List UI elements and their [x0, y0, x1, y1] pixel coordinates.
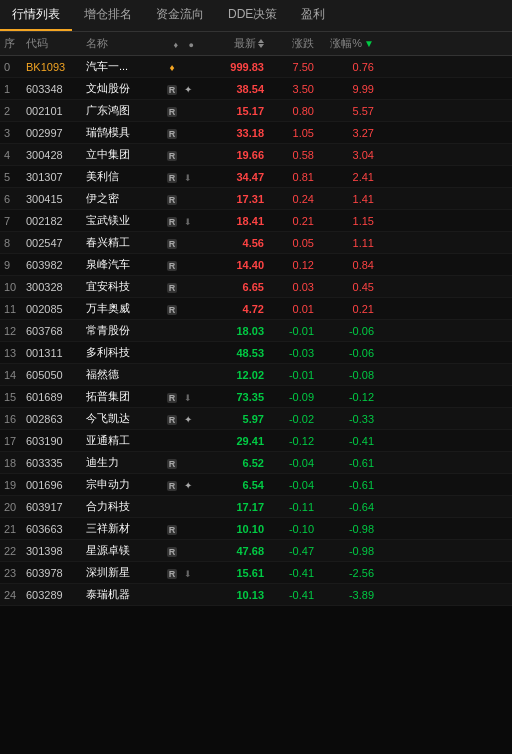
table-row[interactable]: 23 603978 深圳新星 R ⬇ 15.61 -0.41 -2.56	[0, 562, 512, 584]
cell-seq: 8	[2, 237, 24, 249]
table-row[interactable]: 0 BK1093 汽车一... ♦ 999.83 7.50 0.76	[0, 56, 512, 78]
cell-change: 3.50	[266, 83, 316, 95]
cell-name: 宜安科技	[84, 279, 164, 294]
cell-icon1: R	[164, 193, 180, 205]
cell-latest: 47.68	[196, 545, 266, 557]
table-row[interactable]: 17 603190 亚通精工 29.41 -0.12 -0.41	[0, 430, 512, 452]
table-row[interactable]: 9 603982 泉峰汽车 R 14.40 0.12 0.84	[0, 254, 512, 276]
cell-change-pct: 0.45	[316, 281, 376, 293]
table-row[interactable]: 19 001696 宗申动力 R ✦ 6.54 -0.04 -0.61	[0, 474, 512, 496]
cell-change: -0.02	[266, 413, 316, 425]
cell-name: 拓普集团	[84, 389, 164, 404]
cell-icon1: R	[164, 127, 180, 139]
cell-latest: 17.31	[196, 193, 266, 205]
tab-fund-flow[interactable]: 资金流向	[144, 0, 216, 31]
header-seq: 序	[2, 36, 24, 51]
cell-seq: 14	[2, 369, 24, 381]
table-row[interactable]: 12 603768 常青股份 18.03 -0.01 -0.06	[0, 320, 512, 342]
cell-code: BK1093	[24, 61, 84, 73]
cell-change-pct: -0.61	[316, 479, 376, 491]
cell-change: -0.11	[266, 501, 316, 513]
cell-change: -0.09	[266, 391, 316, 403]
table-row[interactable]: 14 605050 福然德 12.02 -0.01 -0.08	[0, 364, 512, 386]
cell-latest: 6.54	[196, 479, 266, 491]
cell-change-pct: -0.41	[316, 435, 376, 447]
cell-seq: 19	[2, 479, 24, 491]
cell-change-pct: -3.89	[316, 589, 376, 601]
table-row[interactable]: 8 002547 春兴精工 R 4.56 0.05 1.11	[0, 232, 512, 254]
cell-change: 1.05	[266, 127, 316, 139]
table-row[interactable]: 20 603917 合力科技 17.17 -0.11 -0.64	[0, 496, 512, 518]
table-row[interactable]: 11 002085 万丰奥威 R 4.72 0.01 0.21	[0, 298, 512, 320]
cell-seq: 10	[2, 281, 24, 293]
table-row[interactable]: 24 603289 泰瑞机器 10.13 -0.41 -3.89	[0, 584, 512, 606]
tab-market-list[interactable]: 行情列表	[0, 0, 72, 31]
table-row[interactable]: 10 300328 宜安科技 R 6.65 0.03 0.45	[0, 276, 512, 298]
cell-name: 立中集团	[84, 147, 164, 162]
cell-icon2: ✦	[180, 413, 196, 425]
cell-icon1: R	[164, 523, 180, 535]
cell-icon1: R	[164, 259, 180, 271]
tab-profit[interactable]: 盈利	[289, 0, 337, 31]
cell-icon1: R	[164, 457, 180, 469]
header-latest[interactable]: 最新	[196, 36, 266, 51]
cell-icon2: ✦	[180, 479, 196, 491]
cell-change-pct: -0.08	[316, 369, 376, 381]
cell-name: 深圳新星	[84, 565, 164, 580]
cell-change: 0.03	[266, 281, 316, 293]
table-row[interactable]: 4 300428 立中集团 R 19.66 0.58 3.04	[0, 144, 512, 166]
cell-change: -0.01	[266, 325, 316, 337]
cell-latest: 19.66	[196, 149, 266, 161]
table-row[interactable]: 16 002863 今飞凯达 R ✦ 5.97 -0.02 -0.33	[0, 408, 512, 430]
cell-name: 文灿股份	[84, 81, 164, 96]
cell-change: 0.81	[266, 171, 316, 183]
cell-change-pct: 1.11	[316, 237, 376, 249]
header-change-pct[interactable]: 涨幅% ▼	[316, 36, 376, 51]
cell-name: 瑞鹄模具	[84, 125, 164, 140]
cell-icon1: R	[164, 479, 180, 491]
cell-name: 迪生力	[84, 455, 164, 470]
cell-latest: 10.13	[196, 589, 266, 601]
cell-seq: 11	[2, 303, 24, 315]
cell-latest: 34.47	[196, 171, 266, 183]
cell-code: 002101	[24, 105, 84, 117]
table-row[interactable]: 13 001311 多利科技 48.53 -0.03 -0.06	[0, 342, 512, 364]
cell-seq: 6	[2, 193, 24, 205]
cell-change-pct: 0.76	[316, 61, 376, 73]
cell-change: 0.24	[266, 193, 316, 205]
cell-change-pct: 2.41	[316, 171, 376, 183]
cell-latest: 18.41	[196, 215, 266, 227]
table-row[interactable]: 1 603348 文灿股份 R ✦ 38.54 3.50 9.99	[0, 78, 512, 100]
table-row[interactable]: 21 603663 三祥新材 R 10.10 -0.10 -0.98	[0, 518, 512, 540]
cell-change-pct: -2.56	[316, 567, 376, 579]
table-body: 0 BK1093 汽车一... ♦ 999.83 7.50 0.76 1 603…	[0, 56, 512, 606]
table-row[interactable]: 15 601689 拓普集团 R ⬇ 73.35 -0.09 -0.12	[0, 386, 512, 408]
table-row[interactable]: 5 301307 美利信 R ⬇ 34.47 0.81 2.41	[0, 166, 512, 188]
table-row[interactable]: 3 002997 瑞鹄模具 R 33.18 1.05 3.27	[0, 122, 512, 144]
cell-change: -0.03	[266, 347, 316, 359]
cell-seq: 2	[2, 105, 24, 117]
cell-code: 603663	[24, 523, 84, 535]
tab-position-rank[interactable]: 增仓排名	[72, 0, 144, 31]
cell-code: 001311	[24, 347, 84, 359]
cell-seq: 1	[2, 83, 24, 95]
cell-name: 春兴精工	[84, 235, 164, 250]
table-row[interactable]: 7 002182 宝武镁业 R ⬇ 18.41 0.21 1.15	[0, 210, 512, 232]
cell-seq: 0	[2, 61, 24, 73]
table-row[interactable]: 18 603335 迪生力 R 6.52 -0.04 -0.61	[0, 452, 512, 474]
cell-code: 301398	[24, 545, 84, 557]
tab-dde[interactable]: DDE决策	[216, 0, 289, 31]
cell-latest: 29.41	[196, 435, 266, 447]
table-row[interactable]: 2 002101 广东鸿图 R 15.17 0.80 5.57	[0, 100, 512, 122]
cell-seq: 3	[2, 127, 24, 139]
table-row[interactable]: 6 300415 伊之密 R 17.31 0.24 1.41	[0, 188, 512, 210]
cell-latest: 33.18	[196, 127, 266, 139]
cell-code: 002863	[24, 413, 84, 425]
cell-change: -0.04	[266, 457, 316, 469]
cell-code: 603982	[24, 259, 84, 271]
cell-latest: 12.02	[196, 369, 266, 381]
cell-name: 合力科技	[84, 499, 164, 514]
table-row[interactable]: 22 301398 星源卓镁 R 47.68 -0.47 -0.98	[0, 540, 512, 562]
cell-latest: 6.52	[196, 457, 266, 469]
cell-code: 300428	[24, 149, 84, 161]
